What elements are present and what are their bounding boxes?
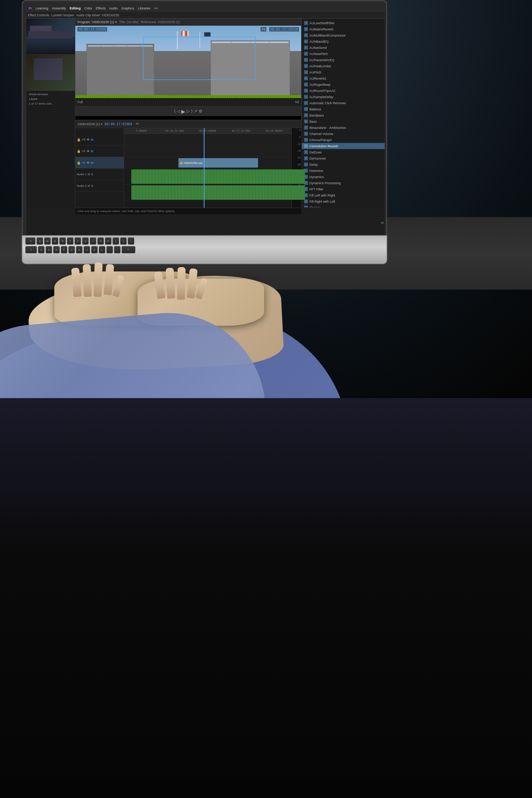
key-h[interactable]: H: [76, 246, 83, 253]
effect-Balance[interactable]: f Balance: [302, 106, 385, 112]
key-p[interactable]: P: [105, 237, 111, 245]
effect-ChannelVolume[interactable]: f Channel Volume: [302, 131, 385, 137]
track-v2-mute[interactable]: M: [91, 149, 94, 153]
tab-effect-controls[interactable]: Effect Controls: [28, 13, 49, 17]
track-v1-mute[interactable]: M: [91, 161, 94, 165]
tab-lumetri[interactable]: Lumetri Scopes: [51, 13, 74, 17]
key-f[interactable]: F: [61, 246, 67, 253]
track-v1-eye[interactable]: 👁: [86, 161, 90, 165]
ctrl-export[interactable]: ↗: [194, 109, 197, 114]
menu-item-graphics[interactable]: Graphics: [121, 7, 134, 10]
menu-more[interactable]: >>: [154, 7, 158, 10]
effect-AURogerBeep[interactable]: f AURogerBeep: [302, 81, 385, 88]
track-v2-lock[interactable]: 🔒: [77, 149, 81, 153]
menu-item-color[interactable]: Color: [84, 7, 92, 10]
key-o[interactable]: O: [97, 237, 104, 245]
effect-ConvolutionReverb[interactable]: f Convolution Reverb: [302, 143, 385, 149]
ctrl-next-frame[interactable]: ▷: [187, 109, 190, 114]
effect-AutomaticClickRemover[interactable]: f Automatic Click Remover: [302, 100, 385, 106]
key-y[interactable]: Y: [75, 237, 81, 245]
key-lbracket[interactable]: [: [113, 237, 119, 245]
effect-AUSampleDelay[interactable]: f AUSampleDelay: [302, 94, 385, 100]
ctrl-mark-in[interactable]: ⟨: [174, 109, 176, 114]
effect-FillLeftWithRight[interactable]: f Fill Left with Right: [302, 192, 385, 198]
playhead[interactable]: [204, 128, 204, 208]
key-e[interactable]: E: [52, 237, 58, 245]
key-j[interactable]: J: [84, 246, 90, 253]
key-r[interactable]: R: [59, 237, 66, 245]
effect-AUPitch[interactable]: f AUPitch: [302, 69, 385, 75]
key-d[interactable]: D: [53, 246, 60, 253]
effect-icon: f: [304, 101, 308, 105]
effect-AUMatrixReverb[interactable]: f AUMatrixReverb: [302, 26, 385, 32]
key-u[interactable]: U: [82, 237, 89, 245]
effect-AUPeakLimiter[interactable]: f AUPeakLimiter: [302, 63, 385, 69]
ctrl-play-pause[interactable]: ▶: [181, 109, 185, 114]
ctrl-prev-frame[interactable]: ◁: [177, 109, 180, 114]
menu-item-learning[interactable]: Learning: [36, 7, 48, 10]
key-l[interactable]: L: [99, 246, 105, 253]
timeline-label: VIDEO0235 (1) ≡: [77, 122, 102, 126]
key-w[interactable]: W: [44, 237, 51, 245]
key-enter[interactable]: ↵: [122, 246, 135, 253]
ctrl-settings[interactable]: ⚙: [199, 109, 202, 114]
key-q[interactable]: Q: [37, 237, 43, 245]
ctrl-mark-out[interactable]: ⟩: [191, 109, 193, 114]
program-panel: Program: VIDEO0235 (1) ≡ Title: (no titl…: [75, 18, 301, 120]
effect-AULowShelfFilter[interactable]: f AULowShelfFilter: [302, 20, 385, 26]
key-caps[interactable]: ⇪: [25, 246, 37, 253]
menu-item-libraries[interactable]: Libraries: [138, 7, 151, 10]
track-v2-eye[interactable]: 👁: [86, 149, 90, 153]
effect-Dynamics[interactable]: f Dynamics: [302, 174, 385, 180]
effect-DeEsser[interactable]: f DeEsser: [302, 149, 385, 155]
effect-AUReverb2[interactable]: f AUReverb2: [302, 75, 385, 81]
key-g[interactable]: G: [68, 246, 75, 253]
track-a1-m[interactable]: M: [88, 173, 90, 176]
key-a[interactable]: A: [38, 246, 45, 253]
effect-Binauralizer[interactable]: f Binauralizer - Ambisonics: [302, 124, 385, 131]
effect-AUNBandEQ[interactable]: f AUNBandEQ: [302, 38, 385, 45]
effect-AUNewPitch[interactable]: f AUNewPitch: [302, 51, 385, 57]
key-backslash[interactable]: |: [128, 237, 134, 245]
menu-item-effects[interactable]: Effects: [96, 7, 106, 10]
menu-item-audio[interactable]: Audio: [109, 7, 118, 10]
effect-AUNetSend[interactable]: f AUNetSend: [302, 45, 385, 51]
track-v3-eye[interactable]: 👁: [86, 138, 90, 142]
effect-Bass[interactable]: f Bass: [302, 118, 385, 124]
zoom-level[interactable]: Fit: [261, 27, 266, 31]
menu-item-editing[interactable]: Editing: [70, 7, 81, 10]
menu-item-assembly[interactable]: Assembly: [52, 7, 66, 10]
status-text: Click and drag to marquee select. Use Sh…: [77, 210, 175, 213]
key-t[interactable]: T: [67, 237, 73, 245]
effect-AURoundTripAAC[interactable]: f AURoundTripAAC: [302, 88, 385, 94]
effect-DynamicsProcessing[interactable]: f Dynamics Processing: [302, 180, 385, 186]
key-quote[interactable]: ': [114, 246, 121, 253]
effect-ChorusFlanger[interactable]: f Chorus/Flanger: [302, 137, 385, 143]
effect-Distortion[interactable]: f Distortion: [302, 168, 385, 174]
effect-DeHummer[interactable]: f DeHummer: [302, 155, 385, 161]
track-a1-s[interactable]: S: [91, 173, 93, 176]
track-a2-s[interactable]: S: [91, 184, 93, 187]
effect-Flanger[interactable]: f Flanger: [302, 204, 385, 207]
key-i[interactable]: I: [90, 237, 96, 245]
key-k[interactable]: K: [91, 246, 98, 253]
key-semi[interactable]: ;: [106, 246, 113, 253]
effect-Bandpass[interactable]: f Bandpass: [302, 112, 385, 118]
effect-FFTFilter[interactable]: f FFT Filter: [302, 186, 385, 192]
track-a2-m[interactable]: M: [88, 184, 90, 187]
track-v1-lock[interactable]: 🔒: [77, 161, 81, 165]
timeline-scissors[interactable]: ✂: [136, 122, 139, 126]
key-s[interactable]: S: [46, 246, 52, 253]
full-label: Full: [77, 100, 83, 104]
key-rbracket[interactable]: ]: [120, 237, 127, 245]
db-label: dB: [381, 221, 384, 224]
key-tab[interactable]: ⇥: [25, 237, 35, 245]
video-clip[interactable]: ▩ VIDEO0258.mp4: [178, 158, 258, 168]
effect-AUMultibandCompressor[interactable]: f AUMultibandCompressor: [302, 32, 385, 38]
track-v3-mute[interactable]: M: [91, 138, 94, 142]
tab-audio-mixer[interactable]: Audio Clip Mixer: VIDEO0235: [76, 13, 119, 17]
track-v3-lock[interactable]: 🔒: [77, 138, 81, 142]
effect-Delay[interactable]: f Delay: [302, 161, 385, 168]
effect-FillRightWithLeft[interactable]: f Fill Right with Left: [302, 198, 385, 204]
effect-AUParametricEQ[interactable]: f AUParametricEQ: [302, 57, 385, 63]
